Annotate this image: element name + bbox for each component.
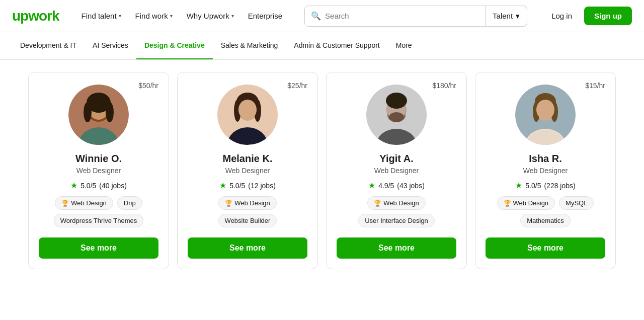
chevron-down-icon: ▾ <box>119 13 121 19</box>
chevron-down-icon: ▾ <box>516 12 520 21</box>
search-input-wrap[interactable]: 🔍 <box>304 6 486 27</box>
tag-web-design-1: 🏆 Web Design <box>218 196 277 210</box>
freelancer-tags-3: 🏆 Web Design MySQL Mathematics <box>486 196 605 227</box>
freelancer-title-1: Web Designer <box>225 167 270 175</box>
svg-point-5 <box>84 102 92 122</box>
star-icon-0: ★ <box>70 181 77 190</box>
cat-design-creative[interactable]: Design & Creative <box>136 32 213 59</box>
freelancer-rate-2: $180/hr <box>433 82 456 90</box>
see-more-button-3[interactable]: See more <box>486 237 605 259</box>
tag-wordpress-0: Wordpress Thrive Themes <box>54 214 143 227</box>
cat-more[interactable]: More <box>388 32 420 59</box>
auth-area: Log in Sign up <box>543 7 632 25</box>
freelancer-rate-3: $15/hr <box>585 82 605 90</box>
freelancer-rate-1: $25/hr <box>287 82 307 90</box>
freelancer-tags-0: 🏆 Web Design Drip Wordpress Thrive Theme… <box>39 196 158 227</box>
svg-point-20 <box>389 112 404 122</box>
cat-development-it[interactable]: Development & IT <box>12 32 85 59</box>
login-button[interactable]: Log in <box>543 7 580 25</box>
rating-jobs-1: (12 jobs) <box>248 182 275 190</box>
svg-point-13 <box>238 100 257 120</box>
freelancer-card-2: $180/hr Yigit A. Web Designer ★ 4.9/5 (4… <box>326 72 467 269</box>
trophy-icon: 🏆 <box>504 200 511 207</box>
freelancer-name-0: Winnie O. <box>75 153 122 165</box>
freelancer-rating-1: ★ 5.0/5 (12 jobs) <box>219 181 276 190</box>
freelancer-card-3: $15/hr Isha R. Web Designer ★ 5.0/5 (228… <box>475 72 616 269</box>
rating-value-3: 5.0/5 <box>525 182 541 190</box>
freelancer-card-1: $25/hr Melanie K. Web Designer ★ 5.0/5 (… <box>177 72 318 269</box>
freelancer-title-0: Web Designer <box>76 167 121 175</box>
freelancer-rating-0: ★ 5.0/5 (40 jobs) <box>70 181 127 190</box>
freelancer-name-1: Melanie K. <box>223 153 273 165</box>
rating-jobs-3: (228 jobs) <box>544 182 575 190</box>
cat-ai-services[interactable]: AI Services <box>85 32 136 59</box>
nav-enterprise[interactable]: Enterprise <box>242 8 288 24</box>
see-more-button-2[interactable]: See more <box>337 237 456 259</box>
svg-point-6 <box>106 102 114 122</box>
star-icon-1: ★ <box>219 181 226 190</box>
freelancer-name-2: Yigit A. <box>379 153 413 165</box>
svg-point-27 <box>536 100 554 120</box>
rating-value-0: 5.0/5 <box>80 182 96 190</box>
tag-mysql-3: MySQL <box>559 196 594 210</box>
freelancer-title-3: Web Designer <box>523 167 568 175</box>
freelancer-tags-2: 🏆 Web Design User Interface Design <box>337 196 456 227</box>
nav-find-work-label: Find work <box>135 12 168 20</box>
nav-why-upwork[interactable]: Why Upwork ▾ <box>181 8 240 24</box>
freelancer-rate-0: $50/hr <box>138 82 158 90</box>
star-icon-2: ★ <box>368 181 375 190</box>
search-input[interactable] <box>325 12 479 20</box>
tag-website-builder-1: Website Builder <box>218 214 277 227</box>
tag-web-design-3: 🏆 Web Design <box>497 196 555 210</box>
freelancer-tags-1: 🏆 Web Design Website Builder <box>188 196 307 227</box>
header: upwork Find talent ▾ Find work ▾ Why Upw… <box>0 0 644 32</box>
avatar-1 <box>217 85 278 145</box>
talent-dropdown[interactable]: Talent ▾ <box>486 6 527 27</box>
category-nav: Development & IT AI Services Design & Cr… <box>0 32 644 60</box>
freelancer-name-3: Isha R. <box>529 153 562 165</box>
rating-value-1: 5.0/5 <box>229 182 245 190</box>
freelancer-card-0: $50/hr Winnie O. Web Designer ★ 5.0/5 (4… <box>28 72 169 269</box>
tag-drip-0: Drip <box>117 196 142 210</box>
avatar-0 <box>68 85 129 145</box>
nav-enterprise-label: Enterprise <box>248 12 282 20</box>
freelancer-rating-3: ★ 5.0/5 (228 jobs) <box>515 181 575 190</box>
see-more-button-0[interactable]: See more <box>39 237 158 259</box>
freelancer-cards: $50/hr Winnie O. Web Designer ★ 5.0/5 (4… <box>0 60 644 281</box>
avatar-3 <box>515 85 576 145</box>
nav-find-talent-label: Find talent <box>82 12 117 20</box>
see-more-button-1[interactable]: See more <box>188 237 307 259</box>
logo[interactable]: upwork <box>12 8 59 24</box>
nav-find-talent[interactable]: Find talent ▾ <box>75 8 127 24</box>
avatar-2 <box>366 85 427 145</box>
cat-sales-marketing[interactable]: Sales & Marketing <box>213 32 286 59</box>
freelancer-rating-2: ★ 4.9/5 (43 jobs) <box>368 181 425 190</box>
rating-jobs-2: (43 jobs) <box>397 182 424 190</box>
tag-ui-design-2: User Interface Design <box>358 214 435 227</box>
search-bar: 🔍 Talent ▾ <box>304 6 527 27</box>
signup-button[interactable]: Sign up <box>584 7 632 25</box>
trophy-icon: 🏆 <box>225 200 232 207</box>
nav-why-upwork-label: Why Upwork <box>187 12 229 20</box>
rating-value-2: 4.9/5 <box>378 182 394 190</box>
trophy-icon: 🏆 <box>374 200 381 207</box>
star-icon-3: ★ <box>515 181 522 190</box>
talent-dropdown-label: Talent <box>493 12 513 20</box>
chevron-down-icon: ▾ <box>231 13 234 19</box>
cat-admin-support[interactable]: Admin & Customer Support <box>286 32 387 59</box>
nav-find-work[interactable]: Find work ▾ <box>129 8 179 24</box>
rating-jobs-0: (40 jobs) <box>99 182 126 190</box>
chevron-down-icon: ▾ <box>170 13 173 19</box>
svg-point-19 <box>386 93 407 109</box>
search-icon: 🔍 <box>311 11 321 21</box>
tag-web-design-2: 🏆 Web Design <box>367 196 426 210</box>
freelancer-title-2: Web Designer <box>374 167 419 175</box>
tag-mathematics-3: Mathematics <box>520 214 571 227</box>
tag-web-design-0: 🏆 Web Design <box>55 196 113 210</box>
main-nav: Find talent ▾ Find work ▾ Why Upwork ▾ E… <box>75 8 288 24</box>
trophy-icon: 🏆 <box>61 200 69 207</box>
